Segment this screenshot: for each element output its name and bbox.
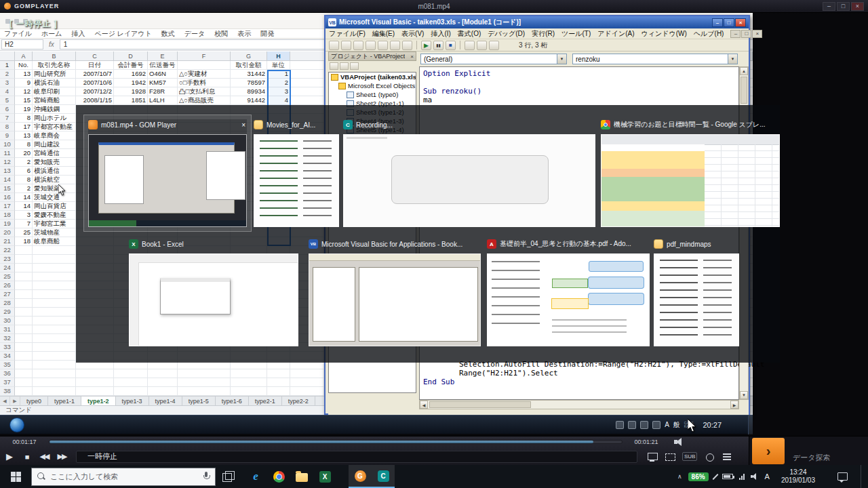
thumbnail-preview[interactable] <box>129 253 298 346</box>
scroll-right-icon: ▶ <box>730 401 738 409</box>
thumbnail-close-icon[interactable]: × <box>240 121 247 129</box>
window-thumbnail-pdf[interactable]: A 基礎前半_04_思考と行動の基本.pdf - Ado... <box>487 239 650 346</box>
row-header: 35 <box>0 361 15 369</box>
taskbar-icon-excel[interactable]: X <box>313 465 336 488</box>
taskbar-clock[interactable]: 13:24 2019/01/03 <box>776 468 821 485</box>
window-thumbnail-vba-book1[interactable]: VB Microsoft Visual Basic for Applicatio… <box>309 239 481 346</box>
stop-button[interactable]: ■ <box>18 453 35 461</box>
code-line: ma <box>423 96 490 104</box>
action-center-icon[interactable] <box>837 472 848 481</box>
play-button[interactable]: ▶ <box>0 451 18 462</box>
speaker-icon[interactable] <box>751 473 759 480</box>
thumbnail-preview[interactable] <box>487 253 650 346</box>
network-icon[interactable] <box>739 474 745 480</box>
window-thumbnail-google-sheets[interactable]: 機械学習のお題と目標時間一覧 - Google スプレ... <box>601 119 780 227</box>
vba-menu-item: ウィンドウ(W) <box>642 29 687 39</box>
folder-icon <box>296 473 308 482</box>
thumbnail-preview[interactable] <box>309 253 481 346</box>
screen-ratio-icon[interactable] <box>665 452 675 462</box>
playlist-icon[interactable] <box>722 452 732 462</box>
ribbon-tab: 表示 <box>237 29 251 39</box>
row-header: 1 <box>0 61 15 70</box>
excel-icon: X <box>129 239 138 249</box>
close-button[interactable]: × <box>851 2 864 11</box>
vba-menu-item: 挿入(I) <box>431 29 450 39</box>
row-header: 11 <box>0 149 15 158</box>
taskbar-icon-chrome[interactable] <box>267 465 290 488</box>
vba-menu-item: アドイン(A) <box>597 29 634 39</box>
vba-menu-item: 書式(O) <box>458 29 481 39</box>
vba-toolbar-button <box>366 41 376 50</box>
volume-icon[interactable] <box>674 438 686 446</box>
recorded-taskbar: A 般 CAPS KANA 20:27 <box>0 415 753 434</box>
ribbon-tab: 開発 <box>260 29 274 39</box>
recorded-ime-mode: 般 <box>673 420 680 430</box>
vba-pause-icon: ▮▮ <box>433 41 443 50</box>
video-area[interactable]: ファイルホーム挿入ページ レイアウト数式データ校閲表示開発 H2 fx 1 A … <box>0 13 868 436</box>
vba-toolbar-button <box>329 41 339 50</box>
ime-indicator[interactable]: A <box>765 472 770 481</box>
vba-toolbar: ▶ ▮▮ ■ 3 行, 3 桁 <box>326 39 749 52</box>
minimize-button[interactable]: – <box>823 2 835 11</box>
pause-osd: [ 一時停止 ] <box>9 18 58 30</box>
thumbnail-preview[interactable] <box>343 134 595 227</box>
gom-titlebar[interactable]: GOMPLAYER m081.mp4 – □ × <box>0 0 868 13</box>
gom-logo-text: GOMPLAYER <box>14 3 59 9</box>
sheet-tab: type1-2 <box>81 396 116 405</box>
tv-output-icon[interactable] <box>647 452 658 462</box>
taskbar-icon-edge[interactable]: e <box>244 465 267 488</box>
thumbnail-preview[interactable] <box>601 134 780 227</box>
code-line <box>423 78 490 87</box>
task-view-button[interactable] <box>222 471 235 482</box>
folder-icon <box>654 239 663 249</box>
pen-icon[interactable] <box>712 473 718 479</box>
recorded-tray-icon <box>640 421 648 429</box>
seek-bar[interactable] <box>49 440 623 444</box>
clock-time: 13:24 <box>789 468 806 476</box>
taskbar-icon-explorer[interactable] <box>290 465 313 488</box>
row-header: 3 <box>0 79 15 87</box>
show-desktop-button[interactable] <box>861 465 864 488</box>
battery-icon[interactable] <box>722 474 733 479</box>
vba-menu-item: ツール(T) <box>561 29 591 39</box>
thumbnail-preview[interactable] <box>654 253 739 346</box>
fx-icon: fx <box>43 41 60 48</box>
window-thumbnail-gom-player[interactable]: m081.mp4 - GOM Player × <box>88 119 247 227</box>
thumbnail-preview[interactable] <box>88 134 247 227</box>
taskbar-icon-recorder[interactable]: C <box>372 465 395 488</box>
battery-percent-badge[interactable]: 86% <box>688 472 709 481</box>
taskbar-icon-gom-player[interactable]: G <box>349 465 372 488</box>
panel-expand-button[interactable]: › <box>752 438 785 464</box>
code-line: End Sub <box>423 378 764 386</box>
maximize-button[interactable]: □ <box>837 2 850 11</box>
recorded-clock: 20:27 <box>703 421 722 429</box>
corner-cell <box>0 52 15 60</box>
vba-close-icon: × <box>735 18 746 27</box>
row-header: 36 <box>0 369 15 378</box>
window-thumbnail-book1-excel[interactable]: X Book1 - Excel <box>129 239 298 346</box>
previous-button[interactable]: ◀◀ <box>35 452 53 461</box>
recorded-tray-icon <box>616 421 624 429</box>
tray-expand-icon[interactable]: ∧ <box>677 473 682 480</box>
row-header: 18 <box>0 211 15 220</box>
vba-toolbar-button <box>378 41 388 50</box>
search-placeholder: ここに入力して検索 <box>50 472 198 482</box>
microphone-icon[interactable] <box>203 472 210 481</box>
thumbnail-preview[interactable] <box>254 134 339 227</box>
window-thumbnail-recording[interactable]: C Recording... <box>343 119 595 227</box>
project-tree-item: Microsoft Excel Objects <box>329 81 416 90</box>
mdi-minimize-icon: – <box>730 30 741 38</box>
folder-icon <box>254 120 263 129</box>
next-button[interactable]: ▶▶ <box>53 452 71 461</box>
ribbon-tab: ファイル <box>4 29 32 39</box>
start-button[interactable] <box>0 465 31 488</box>
row-header: 8 <box>0 123 15 131</box>
taskbar-search-input[interactable]: ここに入力して検索 <box>31 468 216 486</box>
spreadsheet-row: 37 <box>0 378 324 387</box>
subtitle-button[interactable]: SUB <box>682 452 697 461</box>
window-thumbnail-movies-folder[interactable]: Movies_for_AI... <box>254 119 339 227</box>
row-header: 33 <box>0 343 15 352</box>
capture-icon[interactable] <box>704 452 715 462</box>
window-thumbnail-pdf-mindmaps[interactable]: pdf_mindmaps <box>654 239 739 346</box>
recorded-tray-icon <box>652 421 660 429</box>
